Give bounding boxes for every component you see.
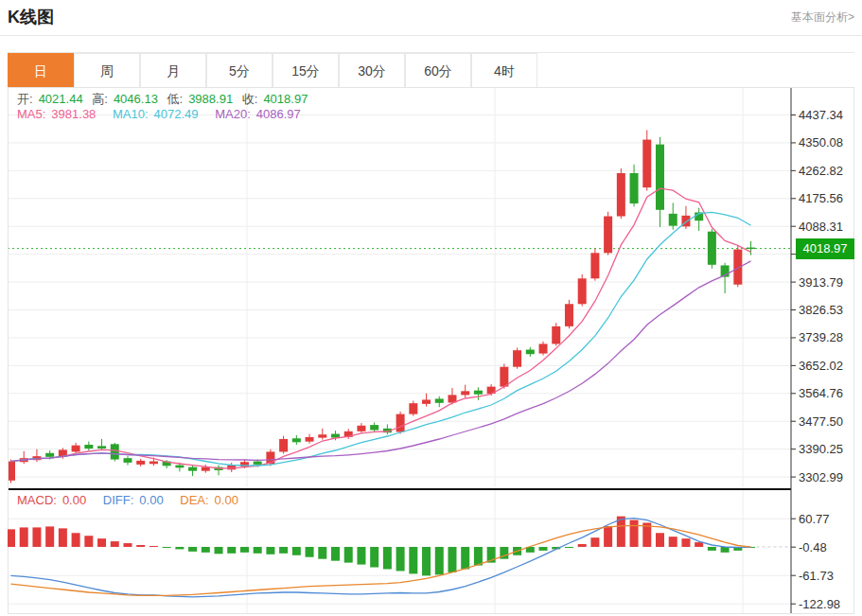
candle-body	[422, 399, 431, 403]
candle-body	[642, 140, 651, 188]
ma20-value: 4086.97	[256, 107, 301, 121]
candle-body	[474, 391, 483, 395]
macd-axis-tick-label: -61.73	[799, 569, 834, 583]
ma10-label: MA10:	[113, 107, 149, 121]
current-price-badge: 4018.97	[796, 238, 854, 259]
macd-histogram-bar	[72, 533, 80, 547]
macd-histogram-bar	[708, 547, 716, 551]
candle-body	[526, 350, 535, 355]
macd-histogram-bar	[123, 543, 132, 547]
macd-histogram-bar	[656, 533, 664, 547]
macd-histogram-bar	[150, 546, 158, 547]
macd-axis-tick-label: -122.98	[799, 597, 840, 611]
candle-body	[656, 145, 664, 210]
y-axis-tick-label: 4175.56	[799, 191, 843, 205]
macd-histogram-bar	[357, 547, 365, 565]
open-label: 开:	[17, 92, 33, 106]
macd-histogram-bar	[681, 538, 690, 547]
candle-body	[357, 426, 365, 431]
tab-60分[interactable]: 60分	[405, 53, 471, 88]
candle-body	[318, 434, 326, 437]
macd-histogram-bar	[539, 547, 548, 551]
macd-histogram-bar	[136, 545, 145, 547]
candlestick-chart-canvas[interactable]: 4437.344350.084262.824175.564088.314001.…	[8, 87, 854, 615]
macd-histogram-bar	[604, 526, 612, 547]
y-axis-tick-label: 4262.82	[799, 164, 843, 178]
tab-周[interactable]: 周	[74, 53, 140, 88]
macd-histogram-bar	[474, 547, 483, 566]
macd-histogram-bar	[188, 547, 197, 552]
ma5-value: 3981.38	[51, 107, 96, 121]
tab-日[interactable]: 日	[8, 53, 74, 88]
macd-histogram-bar	[215, 547, 223, 554]
high-value: 4046.13	[114, 92, 158, 106]
period-tabbar: 日周月5分15分30分60分4时	[8, 52, 854, 87]
macd-histogram-bar	[422, 547, 431, 575]
y-axis-tick-label: 4088.31	[799, 220, 843, 234]
fundamental-analysis-link[interactable]: 基本面分析>	[791, 9, 854, 26]
candle-body	[435, 398, 444, 402]
y-axis-tick-label: 3913.79	[799, 275, 843, 290]
macd-histogram-bar	[254, 547, 262, 554]
close-value: 4018.97	[263, 92, 308, 106]
candle-body	[461, 391, 469, 395]
tab-30分[interactable]: 30分	[339, 53, 405, 88]
macd-histogram-bar	[578, 544, 587, 547]
ma5-line	[11, 188, 751, 468]
candle-body	[669, 214, 677, 226]
candle-body	[72, 446, 80, 452]
page-title: K线图	[8, 6, 54, 28]
macd-histogram-bar	[59, 528, 67, 547]
candle-body	[396, 414, 405, 432]
candle-body	[552, 326, 560, 344]
y-axis-tick-label: 4437.34	[799, 108, 843, 122]
macd-histogram-bar	[20, 527, 28, 547]
dea-label: DEA:	[180, 493, 208, 507]
candle-body	[370, 425, 378, 430]
y-axis-tick-label: 3826.53	[799, 303, 843, 317]
macd-axis-tick-label: -0.48	[799, 540, 827, 554]
tab-15分[interactable]: 15分	[273, 53, 339, 88]
ma-info-line: MA5:3981.38 MA10:4072.49 MA20:4086.97	[17, 107, 307, 121]
y-axis-tick-label: 3390.25	[799, 442, 843, 456]
macd-histogram-bar	[721, 547, 730, 553]
y-axis-tick-label: 3477.50	[799, 414, 843, 429]
candle-body	[8, 462, 15, 481]
tab-5分[interactable]: 5分	[206, 53, 273, 88]
macd-histogram-bar	[175, 547, 184, 549]
candle-body	[111, 444, 119, 459]
macd-histogram-bar	[590, 537, 599, 547]
macd-histogram-bar	[32, 527, 41, 547]
candle-body	[188, 467, 197, 471]
tab-4时[interactable]: 4时	[471, 53, 537, 88]
candle-body	[513, 350, 521, 367]
macd-histogram-bar	[370, 547, 378, 568]
y-axis-tick-label: 3739.28	[799, 330, 843, 344]
macd-histogram-bar	[279, 547, 288, 554]
candle-body	[630, 173, 639, 203]
macd-label: MACD:	[17, 493, 57, 507]
diff-line	[11, 519, 751, 597]
candle-body	[617, 173, 625, 217]
open-value: 4021.44	[39, 92, 83, 106]
macd-histogram-bar	[292, 547, 301, 555]
macd-histogram-bar	[306, 547, 314, 557]
macd-histogram-bar	[240, 547, 249, 553]
macd-histogram-bar	[383, 547, 392, 570]
low-label: 低:	[167, 92, 184, 106]
macd-histogram-bar	[97, 538, 106, 547]
macd-histogram-bar	[163, 547, 171, 548]
macd-histogram-bar	[266, 547, 274, 554]
macd-histogram-bar	[8, 529, 15, 547]
tab-月[interactable]: 月	[140, 53, 206, 88]
macd-histogram-bar	[84, 536, 93, 547]
diff-label: DIFF:	[103, 493, 134, 507]
macd-histogram-bar	[331, 547, 340, 561]
candle-body	[150, 462, 158, 465]
dea-value: 0.00	[215, 493, 238, 507]
ma10-value: 4072.49	[154, 107, 199, 121]
header-divider	[0, 35, 862, 36]
kline-page: K线图 基本面分析> 日周月5分15分30分60分4时 4437.344350.…	[0, 0, 862, 616]
candle-body	[136, 461, 145, 465]
ma10-line	[11, 212, 751, 466]
